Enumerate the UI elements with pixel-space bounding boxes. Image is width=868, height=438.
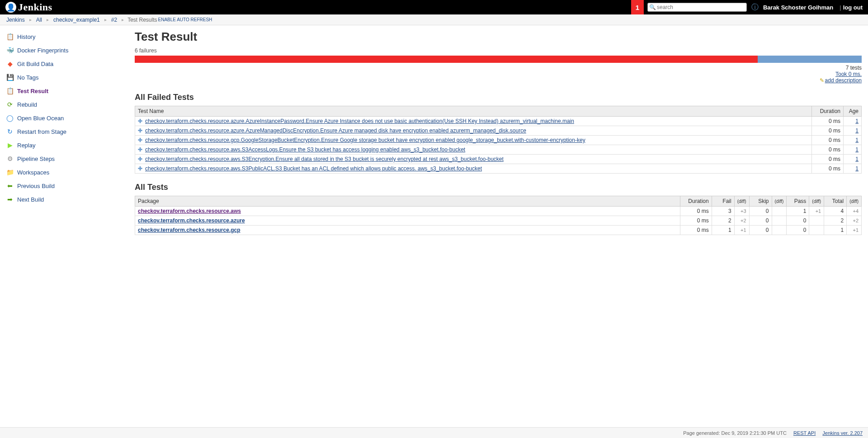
pkg-skip: 0	[749, 216, 772, 226]
pkg-fail-diff: +1	[734, 226, 749, 235]
search-input[interactable]	[647, 3, 747, 12]
test-duration: 0 ms	[812, 155, 844, 164]
breadcrumb-build[interactable]: #2	[111, 17, 117, 23]
test-age: 1	[844, 136, 862, 145]
sidebar-item-label[interactable]: Docker Fingerprints	[17, 47, 68, 54]
pkg-total: 4	[824, 207, 847, 216]
expand-icon[interactable]: ✚	[138, 118, 143, 124]
pkg-duration: 0 ms	[680, 216, 712, 226]
pkg-fail-diff: +3	[734, 207, 749, 216]
sidebar-item-label[interactable]: Pipeline Steps	[17, 155, 55, 162]
sidebar-item-rebuild[interactable]: ⟳Rebuild	[5, 98, 131, 111]
sidebar-item-replay[interactable]: ▶Replay	[5, 138, 131, 152]
breadcrumb-jenkins[interactable]: Jenkins	[6, 17, 25, 23]
col-fail[interactable]: Fail	[712, 196, 734, 207]
sidebar-item-label[interactable]: Restart from Stage	[17, 128, 66, 135]
pkg-total: 1	[824, 226, 847, 235]
breadcrumb-job[interactable]: checkov_example1	[53, 17, 100, 23]
expand-icon[interactable]: ✚	[138, 156, 143, 162]
expand-icon[interactable]: ✚	[138, 165, 143, 172]
footer: Page generated: Dec 9, 2019 2:21:30 PM U…	[0, 427, 868, 438]
sidebar-item-history[interactable]: 📋History	[5, 30, 131, 43]
sidebar-item-no-tags[interactable]: 💾No Tags	[5, 71, 131, 84]
add-description-link[interactable]: add description	[825, 77, 862, 84]
pkg-pass: 0	[787, 216, 809, 226]
breadcrumb-current: Test Results	[127, 17, 157, 23]
edit-icon: ✎	[820, 77, 824, 84]
pkg-skip: 0	[749, 207, 772, 216]
col-age[interactable]: Age	[844, 106, 862, 117]
sidebar-item-label[interactable]: Rebuild	[17, 101, 37, 108]
test-name-link[interactable]: checkov.terraform.checks.resource.aws.S3…	[145, 165, 482, 172]
test-age: 1	[844, 164, 862, 174]
jenkins-logo-text[interactable]: Jenkins	[18, 1, 52, 13]
sidebar-item-label[interactable]: History	[17, 33, 35, 40]
total-tests: 7 tests	[135, 65, 862, 71]
rest-api-link[interactable]: REST API	[793, 430, 816, 436]
test-name-link[interactable]: checkov.terraform.checks.resource.azure.…	[145, 118, 574, 124]
progress-fail-segment	[135, 56, 758, 63]
pkg-pass: 0	[787, 226, 809, 235]
took-link[interactable]: Took 0 ms.	[835, 71, 862, 77]
sidebar-icon: ⚙	[5, 154, 14, 163]
sidebar-item-restart-from-stage[interactable]: ↻Restart from Stage	[5, 125, 131, 138]
col-pass[interactable]: Pass	[787, 196, 809, 207]
sidebar-item-label[interactable]: Git Build Data	[17, 61, 53, 67]
sidebar-item-label[interactable]: No Tags	[17, 74, 38, 81]
sidebar-item-label[interactable]: Previous Build	[17, 183, 55, 189]
sidebar-item-workspaces[interactable]: 📁Workspaces	[5, 165, 131, 179]
logout-link[interactable]: log out	[843, 4, 863, 11]
sidebar-item-previous-build[interactable]: ⬅Previous Build	[5, 179, 131, 193]
package-link[interactable]: checkov.terraform.checks.resource.aws	[138, 208, 241, 214]
sidebar-item-label[interactable]: Workspaces	[17, 169, 49, 176]
breadcrumb-all[interactable]: All	[36, 17, 42, 23]
sidebar: 📋History🐳Docker Fingerprints◆Git Build D…	[0, 25, 131, 427]
page-title: Test Result	[135, 30, 862, 44]
pkg-pass-diff	[809, 226, 824, 235]
test-name-link[interactable]: checkov.terraform.checks.resource.aws.S3…	[145, 146, 465, 153]
sidebar-item-next-build[interactable]: ➡Next Build	[5, 193, 131, 206]
help-icon[interactable]: ⓘ	[751, 3, 759, 12]
test-age: 1	[844, 145, 862, 155]
sidebar-item-docker-fingerprints[interactable]: 🐳Docker Fingerprints	[5, 43, 131, 57]
sidebar-item-label[interactable]: Replay	[17, 142, 35, 149]
table-row: ✚checkov.terraform.checks.resource.gcp.G…	[135, 136, 862, 145]
user-name[interactable]: Barak Schoster Goihman	[763, 4, 833, 11]
expand-icon[interactable]: ✚	[138, 137, 143, 143]
pkg-total-diff: +1	[847, 226, 862, 235]
expand-icon[interactable]: ✚	[138, 127, 143, 134]
test-name-link[interactable]: checkov.terraform.checks.resource.gcp.Go…	[145, 137, 585, 143]
pkg-total: 2	[824, 216, 847, 226]
jenkins-logo-icon[interactable]: 👤	[5, 2, 16, 13]
enable-auto-refresh-link[interactable]: ENABLE AUTO REFRESH	[158, 17, 212, 22]
col-duration[interactable]: Duration	[812, 106, 844, 117]
test-name-link[interactable]: checkov.terraform.checks.resource.azure.…	[145, 127, 526, 134]
col-package[interactable]: Package	[135, 196, 680, 207]
col-skip[interactable]: Skip	[749, 196, 772, 207]
sidebar-item-label[interactable]: Open Blue Ocean	[17, 115, 64, 122]
col-duration-all[interactable]: Duration	[680, 196, 712, 207]
test-name-link[interactable]: checkov.terraform.checks.resource.aws.S3…	[145, 156, 504, 162]
sidebar-item-test-result[interactable]: 📋Test Result	[5, 84, 131, 98]
breadcrumb: Jenkins ▸ All ▸ checkov_example1 ▸ #2 ▸ …	[0, 14, 868, 25]
col-total-diff: (diff)	[847, 196, 862, 207]
test-age: 1	[844, 117, 862, 126]
col-total[interactable]: Total	[824, 196, 847, 207]
expand-icon[interactable]: ✚	[138, 146, 143, 153]
pkg-total-diff: +2	[847, 216, 862, 226]
all-tests-heading: All Tests	[135, 183, 862, 192]
sidebar-item-pipeline-steps[interactable]: ⚙Pipeline Steps	[5, 152, 131, 165]
sidebar-item-git-build-data[interactable]: ◆Git Build Data	[5, 57, 131, 71]
notification-badge[interactable]: 1	[631, 0, 644, 14]
sidebar-item-open-blue-ocean[interactable]: ◯Open Blue Ocean	[5, 111, 131, 125]
sidebar-item-label[interactable]: Next Build	[17, 196, 44, 203]
package-link[interactable]: checkov.terraform.checks.resource.azure	[138, 217, 245, 224]
jenkins-version-link[interactable]: Jenkins ver. 2.207	[822, 430, 863, 436]
test-age: 1	[844, 126, 862, 136]
sidebar-item-label[interactable]: Test Result	[17, 88, 48, 94]
pkg-duration: 0 ms	[680, 207, 712, 216]
sidebar-icon: 🐳	[5, 46, 14, 55]
col-test-name[interactable]: Test Name	[135, 106, 812, 117]
package-link[interactable]: checkov.terraform.checks.resource.gcp	[138, 227, 241, 233]
col-pass-diff: (diff)	[809, 196, 824, 207]
